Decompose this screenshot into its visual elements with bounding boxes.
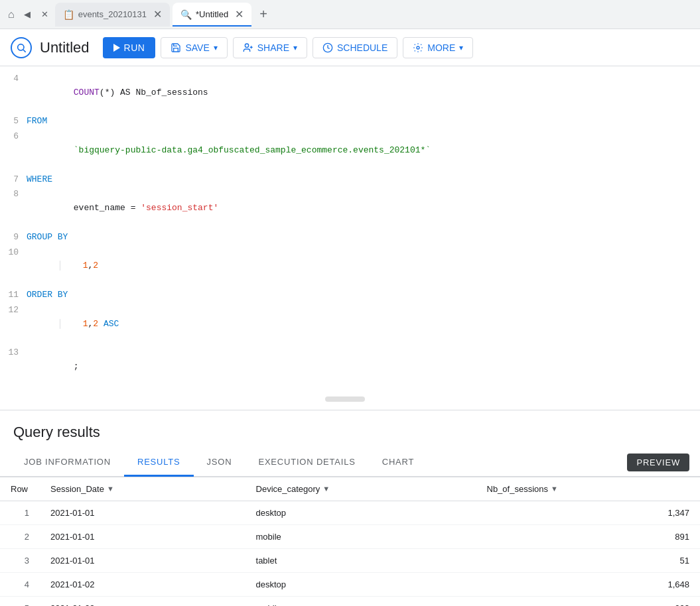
cell-session-date: 2021-01-01 [40,501,245,524]
cell-nb-sessions: 993 [476,596,701,606]
cell-device-category: desktop [245,572,476,596]
code-line-9: 9 GROUP BY [0,230,700,245]
line-content-4: COUNT(*) AS Nb_of_sessions [27,72,700,113]
code-line-10: 10 │1,2 [0,245,700,288]
code-line-11: 11 ORDER BY [0,288,700,303]
line-num-8: 8 [0,188,27,202]
svg-point-0 [18,44,24,50]
tab-events[interactable]: 📋 events_20210131 ✕ [55,3,170,27]
results-header: Query results [0,410,700,449]
code-editor[interactable]: 4 COUNT(*) AS Nb_of_sessions 5 FROM 6 `b… [0,66,700,410]
tab-preview[interactable]: PREVIEW [627,454,689,471]
cell-device-category: tablet [245,548,476,572]
cell-row-num: 2 [0,524,40,548]
line-num-9: 9 [0,231,27,245]
share-button[interactable]: SHARE ▾ [233,37,307,58]
tab-untitled[interactable]: 🔍 *Untitled ✕ [173,3,251,27]
home-icon[interactable]: ⌂ [5,6,17,23]
run-label: RUN [124,42,145,53]
cell-device-category: desktop [245,501,476,524]
close-button[interactable]: ✕ [37,7,52,22]
cell-row-num: 3 [0,548,40,572]
cell-nb-sessions: 1,648 [476,572,701,596]
line-content-9: GROUP BY [27,231,700,245]
cell-nb-sessions: 891 [476,524,701,548]
schedule-label: SCHEDULE [337,42,387,53]
line-num-12: 12 [0,304,27,318]
table-row: 42021-01-02desktop1,648 [0,572,700,596]
line-num-10: 10 [0,246,27,260]
cell-session-date: 2021-01-02 [40,572,245,596]
svg-point-2 [245,44,248,47]
new-tab-button[interactable]: + [254,4,273,25]
col-header-session-date[interactable]: Session_Date ▼ [40,477,245,501]
share-label: SHARE [257,42,289,53]
line-content-12: │1,2 ASC [27,304,700,345]
col-header-nb-sessions[interactable]: Nb_of_sessions ▼ [476,477,701,501]
results-tabs: JOB INFORMATION RESULTS JSON EXECUTION D… [0,449,700,477]
tab-untitled-icon: 🔍 [180,9,192,20]
cell-session-date: 2021-01-02 [40,596,245,606]
share-chevron-icon: ▾ [293,43,297,52]
table-row: 32021-01-01tablet51 [0,548,700,572]
tab-json[interactable]: JSON [194,449,245,477]
scrollbar[interactable] [325,396,365,402]
line-content-10: │1,2 [27,246,700,287]
cell-nb-sessions: 1,347 [476,501,701,524]
schedule-icon [322,42,333,53]
toolbar: Untitled RUN SAVE ▾ SHARE ▾ [0,29,700,66]
play-icon [113,44,120,52]
tab-untitled-close[interactable]: ✕ [235,9,244,20]
col-header-device-category[interactable]: Device_category ▼ [245,477,476,501]
tab-events-close[interactable]: ✕ [153,9,162,20]
tab-untitled-label: *Untitled [196,9,228,19]
share-icon [243,42,253,53]
line-content-5: FROM [27,115,700,129]
results-table: Row Session_Date ▼ Device_category ▼ Nb_ [0,477,700,606]
svg-line-1 [23,50,26,52]
save-button[interactable]: SAVE ▾ [161,37,227,58]
query-icon [11,37,32,58]
tab-job-information[interactable]: JOB INFORMATION [11,449,124,477]
code-line-13: 13 ; [0,345,700,388]
code-line-5: 5 FROM [0,114,700,129]
code-line-7: 7 WHERE [0,172,700,188]
tab-events-label: events_20210131 [78,9,147,19]
line-content-6: `bigquery-public-data.ga4_obfuscated_sam… [27,130,700,171]
save-chevron-icon: ▾ [214,43,218,52]
code-line-12: 12 │1,2 ASC [0,303,700,345]
svg-point-6 [417,46,419,49]
tab-bar: ⌂ ◀ ✕ 📋 events_20210131 ✕ 🔍 *Untitled ✕ … [0,0,700,29]
cell-row-num: 4 [0,572,40,596]
line-num-11: 11 [0,288,27,302]
tab-execution-details[interactable]: EXECUTION DETAILS [245,449,368,477]
cell-device-category: mobile [245,596,476,606]
more-label: MORE [427,42,455,53]
tab-chart[interactable]: CHART [369,449,428,477]
cell-session-date: 2021-01-01 [40,524,245,548]
cell-device-category: mobile [245,524,476,548]
tab-events-icon: 📋 [63,9,74,20]
toolbar-actions: RUN SAVE ▾ SHARE ▾ [103,37,474,58]
tab-bar-left: ⌂ ◀ ✕ 📋 events_20210131 ✕ 🔍 *Untitled ✕ … [5,3,273,27]
more-chevron-icon: ▾ [459,43,463,52]
sort-icon-device-category: ▼ [322,485,330,493]
line-content-13: ; [27,346,700,387]
cell-row-num: 5 [0,596,40,606]
cell-session-date: 2021-01-01 [40,548,245,572]
more-button[interactable]: MORE ▾ [403,37,473,58]
back-button[interactable]: ◀ [20,7,35,22]
query-title: Untitled [40,39,90,56]
col-header-row: Row [0,477,40,501]
sort-icon-session-date: ▼ [107,485,114,493]
schedule-button[interactable]: SCHEDULE [313,37,397,58]
results-section: Query results JOB INFORMATION RESULTS JS… [0,410,700,606]
table-row: 52021-01-02mobile993 [0,596,700,606]
cell-nb-sessions: 51 [476,548,701,572]
line-content-11: ORDER BY [27,288,700,302]
code-line-8: 8 event_name = 'session_start' [0,187,700,229]
save-label: SAVE [185,42,209,53]
run-button[interactable]: RUN [103,37,156,58]
tab-results[interactable]: RESULTS [124,449,194,477]
table-row: 22021-01-01mobile891 [0,524,700,548]
